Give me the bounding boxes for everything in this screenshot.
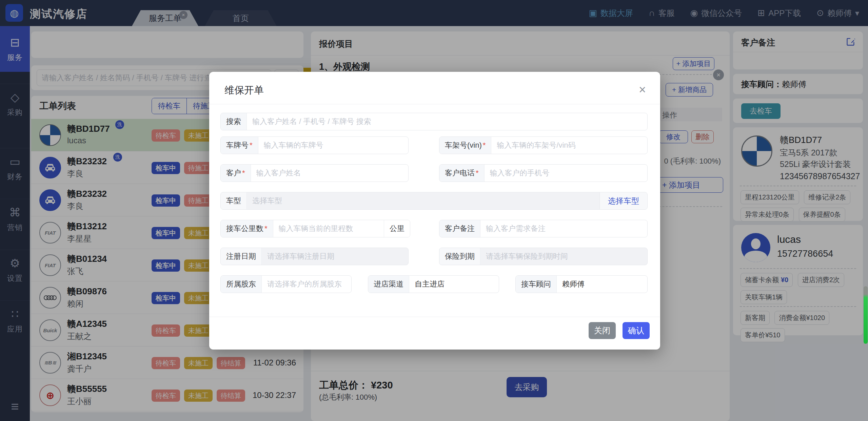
customer-label: 客户* <box>221 165 251 182</box>
insurance-field-group: 保险到期 <box>439 248 648 265</box>
plate-field-group: 车牌号* <box>220 136 409 154</box>
model-input[interactable] <box>247 192 599 209</box>
reg-date-field-group: 注册日期 <box>220 248 409 265</box>
mileage-label: 接车公里数* <box>221 220 273 237</box>
channel-label: 进店渠道 <box>368 276 409 293</box>
vin-label: 车架号(vin)* <box>439 137 491 154</box>
shareholder-input[interactable] <box>262 276 351 293</box>
required-mark: * <box>242 169 245 177</box>
mileage-unit: 公里 <box>384 220 410 237</box>
vin-input[interactable] <box>491 137 647 154</box>
insurance-label: 保险到期 <box>439 248 480 265</box>
phone-input[interactable] <box>485 165 647 182</box>
modal-close-button[interactable]: 关闭 <box>589 322 616 339</box>
divider <box>209 317 660 317</box>
advisor-input[interactable] <box>557 276 647 293</box>
modal-confirm-button[interactable]: 确认 <box>623 322 650 339</box>
insurance-input[interactable] <box>480 248 647 265</box>
modal-title: 维保开单 <box>224 84 264 97</box>
choose-model-link[interactable]: 选择车型 <box>599 192 647 209</box>
close-icon[interactable]: × <box>639 83 646 97</box>
modal-search-group: 搜索 <box>220 113 648 130</box>
advisor-field-label: 接车顾问 <box>516 276 557 293</box>
shareholder-label: 所属股东 <box>221 276 262 293</box>
plate-label: 车牌号* <box>221 137 258 154</box>
phone-label: 客户电话* <box>439 165 485 182</box>
remark-label: 客户备注 <box>439 220 480 237</box>
advisor-field-group: 接车顾问 <box>515 275 648 293</box>
modal-search-input[interactable] <box>247 113 647 130</box>
page-scrollbar[interactable] <box>863 0 868 421</box>
mileage-input[interactable] <box>273 220 384 237</box>
shareholder-field-group: 所属股东 <box>220 275 352 293</box>
required-mark: * <box>483 141 486 150</box>
customer-field-group: 客户* <box>220 164 409 182</box>
required-mark: * <box>250 141 253 150</box>
model-label: 车型 <box>221 192 247 209</box>
search-addon-label: 搜索 <box>221 113 247 130</box>
required-mark: * <box>476 169 479 177</box>
divider <box>209 104 660 104</box>
customer-input[interactable] <box>251 165 408 182</box>
reg-date-input[interactable] <box>262 248 408 265</box>
mileage-field-group: 接车公里数* 公里 <box>220 220 410 237</box>
required-mark: * <box>264 224 268 233</box>
scrollbar-thumb[interactable] <box>864 286 868 344</box>
vin-field-group: 车架号(vin)* <box>439 136 648 154</box>
maintain-order-modal: 维保开单 × 搜索 车牌号* 车架号(vin)* 客户* 客户电话* 车型 选择… <box>209 72 660 350</box>
remark-input[interactable] <box>480 220 647 237</box>
remark-field-group: 客户备注 <box>439 220 648 237</box>
model-field-group: 车型 选择车型 <box>220 192 648 210</box>
phone-field-group: 客户电话* <box>439 164 648 182</box>
reg-date-label: 注册日期 <box>221 248 262 265</box>
channel-field-group: 进店渠道 <box>368 275 499 293</box>
channel-input[interactable] <box>409 276 499 293</box>
plate-input[interactable] <box>258 137 408 154</box>
